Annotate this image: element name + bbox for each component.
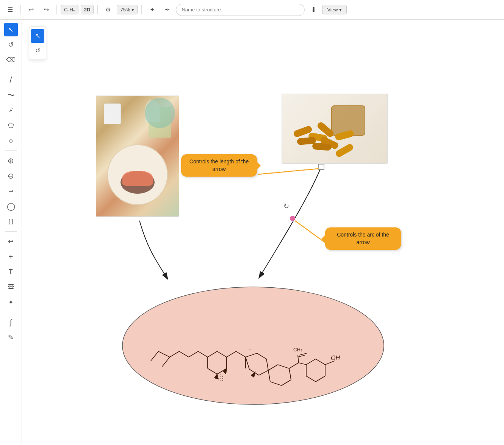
settings-button[interactable]: ⚙ [102, 3, 114, 16]
handle-arc[interactable] [290, 216, 295, 221]
tooltip-arc-text: Controls the arc of the arrow [337, 232, 389, 245]
sidebar-image-tool[interactable]: 🖼 [4, 280, 18, 294]
molecule-svg: OH CH₂ ... [121, 270, 386, 406]
sidebar-circle-tool[interactable]: ◯ [4, 199, 18, 213]
tooltip-length-text: Controls the length of the arrow [189, 158, 249, 172]
sidebar-freehand-tool[interactable]: ∫ [4, 315, 18, 329]
download-button[interactable]: ⬇ [307, 3, 320, 16]
view-label: View [327, 7, 338, 13]
divider-2 [56, 5, 57, 14]
sidebar-reaction-tool[interactable]: ⇌ [4, 184, 18, 198]
sidebar-zoom-out-tool[interactable]: ⊖ [4, 169, 18, 183]
svg-text:OH: OH [331, 355, 340, 361]
zoom-label: 75% [120, 7, 130, 13]
tooltip-arc-bubble: Controls the arc of the arrow [325, 227, 401, 250]
svg-text:...: ... [249, 346, 253, 350]
sidebar-stamp-tool[interactable]: ✦ [4, 295, 18, 309]
sidebar-ring-tool[interactable]: ○ [4, 134, 18, 147]
float-lasso-tool[interactable]: ↺ [31, 44, 44, 57]
sidebar-select-tool[interactable]: ↖ [4, 23, 18, 36]
food-image [96, 96, 179, 217]
zoom-chevron: ▾ [131, 7, 134, 13]
tooltip-length-bubble: Controls the length of the arrow [181, 154, 257, 177]
sidebar-divider-4 [5, 312, 17, 312]
undo-button[interactable]: ↩ [25, 3, 38, 16]
redo-button[interactable]: ↪ [40, 3, 53, 16]
sidebar-lasso-tool[interactable]: ↺ [4, 38, 18, 52]
divider-1 [20, 5, 21, 14]
sidebar-pointer-tool[interactable]: ✎ [4, 331, 18, 344]
sidebar-zoom-in-tool[interactable]: ⊕ [4, 154, 18, 168]
svg-text:CH₂: CH₂ [293, 347, 302, 353]
name-to-structure-input[interactable] [176, 4, 305, 16]
menu-button[interactable]: ☰ [4, 3, 17, 16]
main-toolbar: ☰ ↩ ↪ CₙHₙ 2D ⚙ 75% ▾ ✦ ✒ ⬇ View ▾ [0, 0, 504, 20]
sidebar-line-tool[interactable]: / [4, 73, 18, 87]
arrow-right [259, 168, 321, 278]
brightness-button[interactable]: ✦ [146, 3, 158, 16]
sidebar-text-tool[interactable]: T [4, 265, 18, 279]
sidebar-arrow-tool[interactable]: ↩ [4, 235, 18, 248]
sidebar-plus-tool[interactable]: + [4, 250, 18, 263]
sidebar-divider-2 [5, 150, 17, 151]
view-button[interactable]: View ▾ [322, 5, 347, 14]
handle-length[interactable] [319, 164, 324, 169]
divider-4 [141, 5, 142, 14]
main-layout: ↖ ↺ ⌫ / 〜 ⫽ ⬠ ○ ⊕ ⊖ ⇌ ◯ [ ] ↩ + T 🖼 ✦ ∫ … [0, 20, 504, 445]
sidebar-divider-3 [5, 231, 17, 232]
mode-2d-button[interactable]: 2D [81, 5, 94, 14]
formula-button[interactable]: CₙHₙ [61, 5, 78, 14]
sidebar-pentagon-tool[interactable]: ⬠ [4, 119, 18, 132]
molecule-container: OH CH₂ ... [121, 270, 386, 406]
divider-3 [97, 5, 98, 14]
float-panel: ↖ ↺ [29, 27, 46, 60]
view-chevron: ▾ [339, 7, 342, 13]
float-select-tool[interactable]: ↖ [31, 29, 44, 43]
sidebar-squiggle-tool[interactable]: 〜 [4, 88, 18, 102]
sidebar-bracket-tool[interactable]: [ ] [4, 215, 18, 228]
rotate-icon: ↻ [283, 202, 289, 210]
tooltip-line-length [258, 169, 319, 174]
sidebar-eraser-tool[interactable]: ⌫ [4, 53, 18, 67]
sidebar-hash-tool[interactable]: ⫽ [4, 103, 18, 117]
pen-button[interactable]: ✒ [161, 3, 174, 16]
left-sidebar: ↖ ↺ ⌫ / 〜 ⫽ ⬠ ○ ⊕ ⊖ ⇌ ◯ [ ] ↩ + T 🖼 ✦ ∫ … [0, 20, 22, 445]
zoom-button[interactable]: 75% ▾ [117, 5, 138, 14]
svg-point-1 [122, 287, 384, 404]
canvas-area[interactable]: ↖ ↺ ↻ [22, 20, 504, 445]
sidebar-divider-1 [5, 70, 17, 70]
pills-image [282, 94, 388, 164]
